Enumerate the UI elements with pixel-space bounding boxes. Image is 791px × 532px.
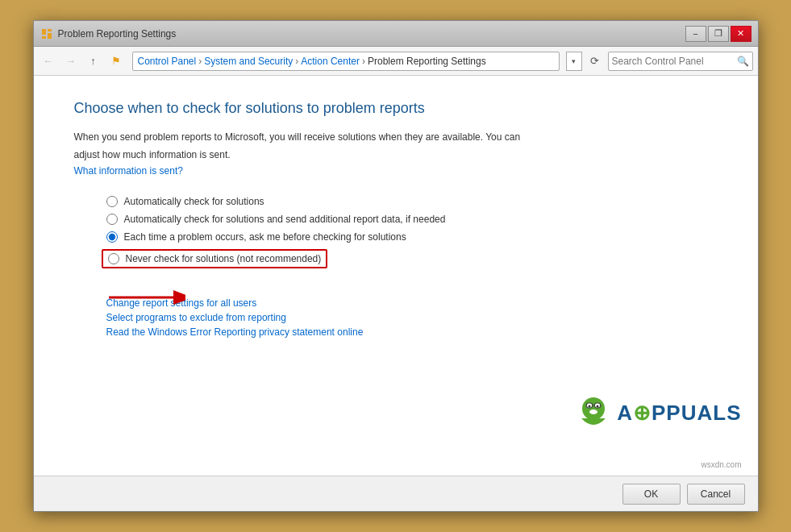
select-programs-link[interactable]: Select programs to exclude from reportin… [106, 312, 718, 323]
arrow-annotation [105, 281, 185, 316]
radio-never[interactable] [108, 253, 119, 264]
search-icon: 🔍 [737, 56, 749, 67]
option-auto-additional-label: Automatically check for solutions and se… [124, 214, 446, 225]
option-never-wrapper: Never check for solutions (not recommend… [106, 249, 718, 268]
description-line-1: When you send problem reports to Microso… [74, 130, 718, 144]
refresh-button[interactable]: ⟳ [585, 52, 605, 71]
appuals-brand-text: A⊕PPUALS [617, 401, 741, 426]
what-info-link[interactable]: What information is sent? [74, 165, 183, 177]
ok-button[interactable]: OK [622, 484, 681, 505]
window-icon [40, 27, 53, 40]
options-section: Automatically check for solutions Automa… [106, 196, 718, 268]
svg-rect-1 [48, 29, 52, 31]
option-auto-label: Automatically check for solutions [124, 196, 264, 207]
links-section: Change report settings for all users Sel… [106, 297, 718, 338]
flag-button[interactable]: ⚑ [106, 52, 126, 71]
breadcrumb-system-security[interactable]: System and Security [204, 56, 293, 67]
main-window: Problem Reporting Settings − ❐ ✕ ← → ↑ ⚑… [33, 20, 759, 512]
breadcrumb-action-center[interactable]: Action Center [301, 56, 360, 67]
forward-button[interactable]: → [61, 52, 81, 71]
navigation-bar: ← → ↑ ⚑ Control Panel › System and Secur… [34, 47, 758, 76]
option-auto[interactable]: Automatically check for solutions [106, 196, 718, 207]
restore-button[interactable]: ❐ [708, 26, 729, 42]
breadcrumb-sep-2: › [295, 56, 298, 67]
option-auto-additional[interactable]: Automatically check for solutions and se… [106, 214, 718, 225]
titlebar-buttons: − ❐ ✕ [685, 26, 751, 42]
svg-point-9 [589, 405, 591, 408]
svg-point-11 [589, 409, 597, 414]
cancel-button[interactable]: Cancel [687, 484, 745, 505]
radio-auto-additional[interactable] [106, 214, 118, 225]
svg-rect-3 [42, 36, 46, 39]
option-ask-me[interactable]: Each time a problem occurs, ask me befor… [106, 231, 718, 243]
svg-point-10 [597, 405, 599, 408]
breadcrumb-dropdown[interactable]: ▾ [566, 52, 582, 71]
page-heading: Choose when to check for solutions to pr… [74, 100, 718, 117]
window-title: Problem Reporting Settings [58, 28, 177, 39]
minimize-button[interactable]: − [685, 26, 706, 42]
breadcrumb-control-panel[interactable]: Control Panel [138, 56, 197, 67]
appuals-watermark: A⊕PPUALS [575, 394, 741, 431]
titlebar: Problem Reporting Settings − ❐ ✕ [34, 21, 758, 47]
search-input[interactable] [612, 56, 737, 67]
privacy-statement-link[interactable]: Read the Windows Error Reporting privacy… [106, 326, 718, 338]
up-button[interactable]: ↑ [84, 52, 103, 71]
option-ask-me-label: Each time a problem occurs, ask me befor… [124, 231, 406, 243]
footer-bar: OK Cancel [34, 476, 758, 511]
main-content: Choose when to check for solutions to pr… [34, 76, 758, 476]
search-box: 🔍 [608, 52, 753, 71]
mascot-icon [575, 394, 612, 431]
radio-auto[interactable] [106, 196, 118, 207]
radio-ask-me[interactable] [106, 231, 118, 243]
titlebar-left: Problem Reporting Settings [40, 27, 177, 40]
description-line-2: adjust how much information is sent. [74, 148, 718, 162]
close-button[interactable]: ✕ [731, 26, 751, 42]
svg-rect-0 [42, 29, 46, 35]
breadcrumb-sep-3: › [362, 56, 365, 67]
change-report-settings-link[interactable]: Change report settings for all users [106, 297, 718, 309]
svg-rect-2 [48, 33, 52, 39]
breadcrumb-sep-1: › [198, 56, 202, 67]
brand-text: A⊕PPUALS [617, 401, 741, 425]
option-never[interactable]: Never check for solutions (not recommend… [102, 249, 328, 268]
back-button[interactable]: ← [39, 52, 58, 71]
option-never-label: Never check for solutions (not recommend… [126, 253, 322, 264]
svg-point-6 [582, 397, 605, 420]
wsxdn-watermark: wsxdn.com [701, 460, 741, 469]
breadcrumb-bar: Control Panel › System and Security › Ac… [132, 52, 560, 71]
breadcrumb-current: Problem Reporting Settings [368, 56, 486, 67]
